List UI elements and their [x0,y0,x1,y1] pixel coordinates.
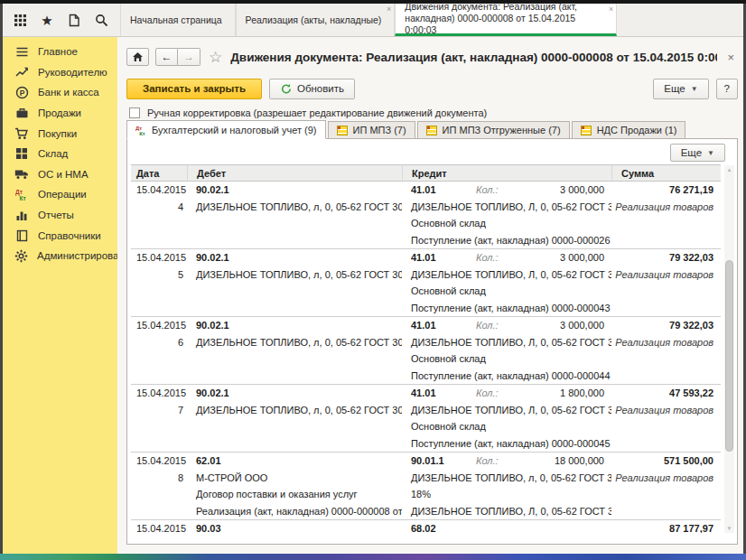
scroll-up-icon[interactable]: ▲ [724,165,734,174]
tab-ip-mpz-shipped[interactable]: ИП МПЗ Отгруженные (7) [417,121,570,139]
sidebar-item-purchases[interactable]: Покупки [3,123,117,144]
table-row[interactable]: 15.04.201590.02.141.01Кол.:3 000,00079 3… [131,248,721,316]
chevron-down-icon: ▼ [707,149,714,157]
sidebar-item-warehouse[interactable]: Склад [3,144,117,164]
apps-grid-icon[interactable] [12,12,28,28]
register-tabbar: ДтКтБухгалтерский и налоговый учет (9)ИП… [126,120,738,139]
credit-subconto: Основной склад [402,353,611,364]
sidebar-item-label: ОС и НМА [38,169,89,180]
table-row[interactable]: 15.04.201590.02.141.01Кол.:3 000,00079 3… [131,316,721,384]
refresh-button[interactable]: Обновить [269,79,355,99]
sidebar-item-manager[interactable]: Руководителю [3,62,117,83]
tab-nds-sales[interactable]: НДС Продажи (1) [572,121,686,139]
debit-subconto: Договор поставки и оказания услуг [187,489,402,499]
col-header-credit[interactable]: Кредит [402,165,611,181]
save-and-close-button[interactable]: Записать и закрыть [126,79,262,99]
table-more-button[interactable]: Еще ▼ [670,144,725,162]
credit-subconto: Основной склад [402,218,611,229]
quantity-value: 3 000,000 [519,320,611,331]
tab-accounting[interactable]: ДтКтБухгалтерский и налоговый учет (9) [126,120,326,139]
app-tab-1[interactable]: Реализация (акты, накладные)× [236,4,396,36]
sum-value: 79 322,03 [611,320,721,331]
col-header-date[interactable]: Дата [131,165,187,181]
credit-subconto: Поступление (акт, накладная) 0000-000043… [402,303,611,313]
manual-adjustment-label: Ручная корректировка (разрешает редактир… [147,107,487,118]
credit-subconto: ДИЗЕЛЬНОЕ ТОПЛИВО, Л, 0, 05-62 ГОСТ 305-… [402,337,611,348]
table-row-line: 5ДИЗЕЛЬНОЕ ТОПЛИВО, л, 0, 05-62 ГОСТ 305… [131,266,721,284]
sidebar-item-operations[interactable]: ДтКтОперации [3,184,117,205]
chevron-down-icon: ▼ [691,85,698,93]
register-tab-label: ИП МПЗ Отгруженные (7) [443,125,561,135]
credit-cell: 68.02 [402,523,611,533]
table-row-line: 15.04.201562.0190.01.1Кол.:18 000,000571… [131,453,721,470]
favorites-star-icon[interactable]: ★ [39,12,55,28]
sidebar-item-label: Руководителю [38,67,107,78]
row-number: 4 [131,201,187,212]
svg-text:Кт: Кт [139,131,145,136]
app-tab-0[interactable]: Начальная страница [120,4,236,36]
credit-account: 68.02 [411,523,476,533]
history-icon[interactable] [66,12,82,28]
cart-icon [14,126,29,140]
quantity-label: Кол.: [476,387,519,398]
table-row-line: Основной склад [131,215,721,232]
tab-close-icon[interactable]: × [609,5,613,14]
row-number: 6 [131,337,187,348]
debit-subconto: ДИЗЕЛЬНОЕ ТОПЛИВО, л, 0, 05-62 ГОСТ 305-… [187,269,402,280]
row-date: 15.04.2015 [131,184,187,195]
manual-adjustment-checkbox[interactable] [129,107,140,118]
sidebar-item-reports[interactable]: Отчеты [3,205,117,226]
chart-icon [14,65,29,79]
quantity-label: Кол.: [476,252,519,263]
refresh-icon [280,83,292,95]
close-form-icon[interactable]: × [723,51,738,64]
refresh-label: Обновить [297,83,344,94]
forward-button[interactable]: → [178,48,200,66]
scrollbar-thumb[interactable] [725,260,733,452]
sidebar-item-administration[interactable]: Администрирование [3,246,117,266]
app-tab-2[interactable]: Движения документа: Реализация (акт, нак… [395,4,617,36]
col-header-sum[interactable]: Сумма [611,165,721,181]
table-row[interactable]: 15.04.201590.0368.0287 177,97 [131,519,721,533]
table-row[interactable]: 15.04.201562.0190.01.1Кол.:18 000,000571… [131,452,721,519]
tab-close-icon[interactable]: × [387,5,391,14]
app-tab-label: Движения документа: Реализация (акт, нак… [405,1,603,36]
table-row-line: Поступление (акт, накладная) 0000-000045… [131,435,721,453]
dtkt-icon: ДтКт [135,124,147,135]
credit-subconto: ДИЗЕЛЬНОЕ ТОПЛИВО, Л, 0, 05-62 ГОСТ 305-… [402,405,611,415]
scroll-down-icon[interactable]: ▼ [724,524,734,533]
table-row-line: 7ДИЗЕЛЬНОЕ ТОПЛИВО, л, 0, 05-62 ГОСТ 305… [131,402,721,419]
home-button[interactable] [126,48,149,66]
register-tab-label: НДС Продажи (1) [597,125,677,135]
book-icon [14,229,29,242]
table-more-wrap: Еще ▼ [670,144,725,162]
debit-account: 90.02.1 [187,320,402,331]
tab-ip-mpz[interactable]: ИП МПЗ (7) [328,121,415,139]
help-button[interactable]: ? [716,79,738,99]
debit-account: 90.02.1 [187,252,402,263]
vertical-scrollbar[interactable]: ▲ ▼ [724,165,734,533]
sidebar-item-main[interactable]: Главное [3,42,117,62]
sections-sidebar: ГлавноеРуководителюРБанк и кассаПродажиП… [3,37,117,554]
sidebar-item-label: Справочники [38,230,101,241]
table-row-line: 8М-СТРОЙ ОООДИЗЕЛЬНОЕ ТОПЛИВО, л, 0, 05-… [131,470,721,487]
table-row[interactable]: 15.04.201590.02.141.01Кол.:3 000,00076 2… [131,182,721,248]
sidebar-item-directories[interactable]: Справочники [3,225,117,246]
sidebar-item-bank-cash[interactable]: РБанк и касса [3,82,117,103]
svg-text:Кт: Кт [20,195,26,201]
credit-cell: 90.01.1Кол.:18 000,000 [402,455,611,466]
more-button[interactable]: Еще ▼ [653,79,708,99]
favorite-star-icon[interactable]: ☆ [209,48,222,67]
app-tab-label: Реализация (акты, накладные) [246,14,382,25]
credit-account: 41.01 [411,387,476,398]
back-button[interactable]: ← [155,48,178,66]
search-icon[interactable] [93,12,109,28]
table-row[interactable]: 15.04.201590.02.141.01Кол.:1 800,00047 5… [131,384,721,452]
sum-value: 79 322,03 [611,252,721,263]
col-header-debit[interactable]: Дебет [187,165,402,181]
credit-cell: 41.01Кол.:3 000,000 [402,320,611,331]
truck-icon [14,167,29,181]
sidebar-item-sales[interactable]: Продажи [3,103,117,124]
credit-account: 41.01 [411,184,476,195]
sidebar-item-fixed-assets[interactable]: ОС и НМА [3,164,117,185]
